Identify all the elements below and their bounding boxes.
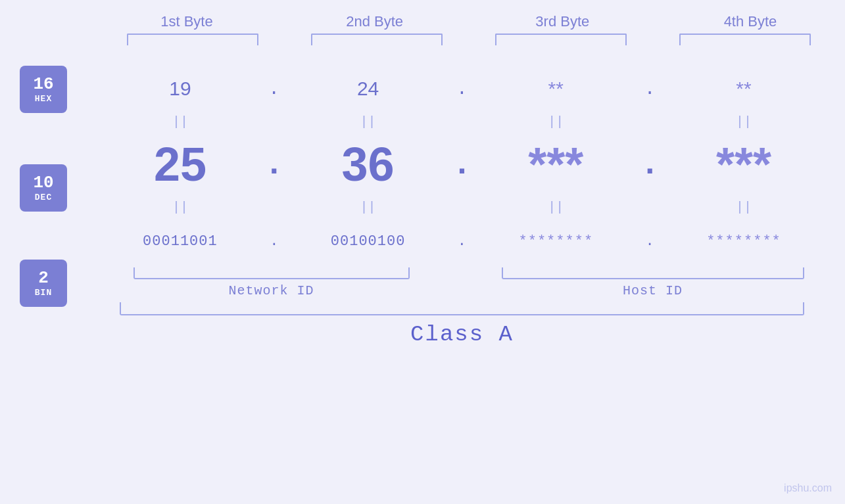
main-container: 1st Byte 2nd Byte 3rd Byte 4th Byte 16 H… — [0, 0, 845, 504]
dec-d2: . — [452, 146, 471, 183]
network-id-label: Network ID — [228, 283, 314, 298]
bin-d3: . — [640, 233, 660, 250]
host-bracket — [502, 267, 804, 279]
hex-d1: . — [264, 79, 284, 99]
sep-row-2: || || || || — [92, 197, 845, 217]
network-bracket — [133, 267, 410, 279]
hex-d3: . — [640, 79, 660, 99]
sep-3: || — [490, 114, 621, 129]
bracket-1 — [127, 34, 258, 45]
sep-6: || — [302, 200, 434, 215]
dec-b4: *** — [678, 137, 809, 191]
sep-5: || — [114, 200, 246, 215]
sep-8: || — [678, 200, 809, 215]
dec-b2: 36 — [302, 137, 434, 191]
sep-4: || — [678, 114, 809, 129]
watermark: ipshu.com — [784, 482, 832, 494]
bin-badge: 2 BIN — [20, 260, 67, 307]
dec-b1: 25 — [114, 137, 246, 191]
dec-d1: . — [264, 146, 284, 183]
class-bracket — [120, 302, 805, 315]
bottom-brackets-row: Network ID Host ID — [92, 267, 845, 298]
bracket-2 — [311, 34, 443, 45]
byte-header-4: 4th Byte — [685, 13, 816, 30]
dec-row: 25 . 36 . *** . *** — [92, 131, 845, 197]
hex-row: 19 . 24 . ** . ** — [92, 66, 845, 112]
sep-row-1: || || || || — [92, 112, 845, 131]
bin-row: 00011001 . 00100100 . ******** . *******… — [92, 217, 845, 266]
hex-b2: 24 — [302, 78, 434, 100]
sep-1: || — [114, 114, 246, 129]
bracket-4 — [679, 34, 811, 45]
bin-d2: . — [452, 233, 471, 250]
class-label: Class A — [410, 322, 514, 347]
sep-7: || — [490, 200, 621, 215]
dec-badge: 10 DEC — [20, 164, 67, 212]
class-section: Class A — [92, 302, 845, 347]
hex-badge: 16 HEX — [20, 66, 67, 113]
dec-d3: . — [640, 146, 660, 183]
byte-header-1: 1st Byte — [121, 13, 253, 30]
dec-b3: *** — [490, 137, 621, 191]
bin-d1: . — [264, 233, 284, 250]
sep-2: || — [302, 114, 434, 129]
byte-header-3: 3rd Byte — [496, 13, 628, 30]
bin-b3: ******** — [490, 233, 621, 250]
hex-d2: . — [452, 79, 471, 99]
host-id-label: Host ID — [623, 283, 683, 298]
hex-b4: ** — [678, 78, 809, 100]
bin-b2: 00100100 — [302, 233, 434, 250]
top-brackets-row — [99, 34, 838, 45]
hex-b3: ** — [490, 78, 621, 100]
bracket-3 — [495, 34, 627, 45]
byte-headers-row: 1st Byte 2nd Byte 3rd Byte 4th Byte — [92, 13, 845, 30]
rows-area: 19 . 24 . ** . ** || || || || 25 . 36 . … — [92, 66, 845, 347]
bin-b1: 00011001 — [114, 233, 246, 250]
hex-b1: 19 — [114, 78, 246, 100]
byte-header-2: 2nd Byte — [309, 13, 441, 30]
bin-b4: ******** — [678, 233, 809, 250]
badges-column: 16 HEX 10 DEC 2 BIN — [20, 66, 67, 307]
